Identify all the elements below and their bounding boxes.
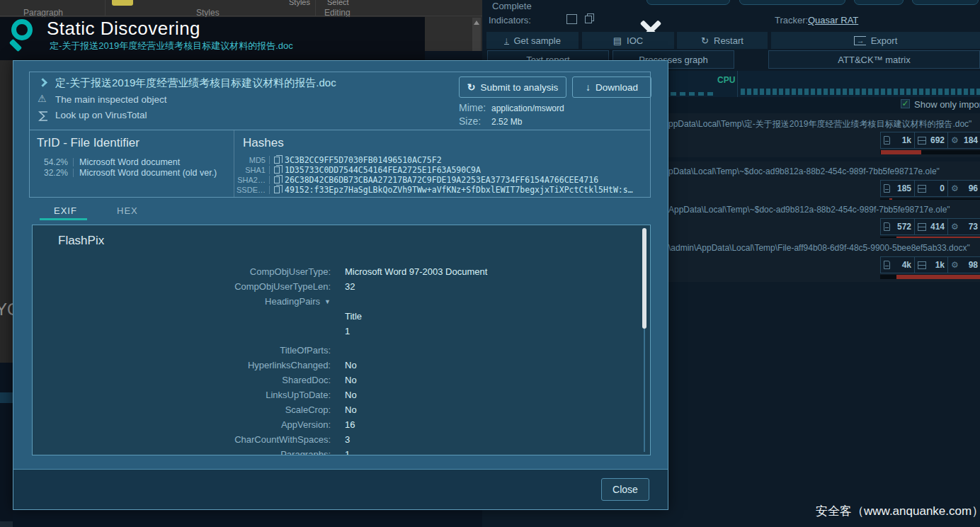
tag-pill xyxy=(854,0,904,5)
trid-section: TrID - File Identifier 54.2% Microsoft W… xyxy=(30,130,234,197)
warning-icon: ⚠ xyxy=(38,93,47,104)
virustotal-icon xyxy=(38,110,49,125)
process-row[interactable]: ppData\Local\Temp\定-关于报送2019年度经营业绩考核目标建议… xyxy=(664,113,980,157)
ioc-button[interactable]: ▤ IOC xyxy=(582,32,674,49)
restart-icon: ↻ xyxy=(701,35,709,46)
exif-row: TitleOfParts: xyxy=(33,343,642,358)
main-object-note: The main inspected object xyxy=(55,94,167,105)
active-tab-underline xyxy=(40,218,87,220)
events-icon xyxy=(918,185,926,193)
process-path: pData\Local\Temp\~$doc-ad9b812a-88b2-454… xyxy=(668,166,940,176)
process-path: \admin\AppData\Local\Temp\File-aff94b08-… xyxy=(668,243,970,253)
tab-exif[interactable]: EXIF xyxy=(54,205,77,216)
process-progress xyxy=(880,275,980,279)
files-icon xyxy=(884,222,890,231)
exif-row: CharCountWithSpaces:3 xyxy=(33,432,642,447)
registry-icon: ⚙ xyxy=(951,261,959,269)
exif-rows: CompObjUserType:Microsoft Word 97-2003 D… xyxy=(33,264,642,455)
process-row[interactable]: pData\Local\Temp\~$doc-ad9b812a-88b2-454… xyxy=(664,162,980,205)
word-doc-text-fragment: YO xyxy=(0,300,13,319)
chevron-right-icon[interactable] xyxy=(38,78,47,87)
copy-icon[interactable] xyxy=(274,157,280,164)
export-button[interactable]: → Export xyxy=(771,32,980,49)
tab-hex[interactable]: HEX xyxy=(117,205,138,216)
identification-card: TrID - File Identifier 54.2% Microsoft W… xyxy=(29,130,651,198)
word-styles-button: Styles xyxy=(289,0,310,6)
copy-indicator-icon[interactable] xyxy=(585,16,592,23)
static-discovering-modal: 定-关于报送2019年度经营业绩考核目标建议材料的报告.doc ⚠ The ma… xyxy=(13,60,668,510)
hashes-section: Hashes MD5 3C3B2CC9FF5D7030FB01496510AC7… xyxy=(234,130,650,197)
files-icon xyxy=(884,136,890,144)
word-document-edge: YO xyxy=(0,60,13,527)
copy-icon[interactable] xyxy=(274,186,280,193)
copy-icon[interactable] xyxy=(274,176,280,183)
trid-row: 32.2% Microsoft Word document (old ver.) xyxy=(30,167,232,178)
exif-row: AppVersion:16 xyxy=(33,417,642,432)
events-icon xyxy=(918,223,926,231)
cpu-label: CPU xyxy=(717,75,735,85)
copy-icon[interactable] xyxy=(274,166,280,174)
trid-row: 54.2% Microsoft Word document xyxy=(30,157,232,167)
exif-row: 1 xyxy=(33,324,642,339)
virustotal-link[interactable]: Look up on VirusTotal xyxy=(55,110,147,120)
exif-row: HyperlinksChanged:No xyxy=(33,358,642,373)
events-icon xyxy=(918,261,926,269)
trid-title: TrID - File Identifier xyxy=(37,136,139,150)
registry-icon: ⚙ xyxy=(951,184,959,193)
hash-row: SSDE… 49152:f33Epz7HaSgLBkQoZVh9TWw+aVfK… xyxy=(234,185,649,195)
show-only-import-label: Show only import xyxy=(914,99,980,110)
page-subtitle-filename: 定-关于报送2019年度经营业绩考核目标建议材料的报告.doc xyxy=(50,40,293,52)
tag-pill xyxy=(912,0,979,5)
exif-row: LinksUpToDate:No xyxy=(33,387,642,402)
cpu-activity-bar xyxy=(741,89,980,95)
chevron-down-icon: ▼ xyxy=(324,298,331,305)
scroll-up-icon xyxy=(474,21,479,25)
exif-row: ScaleCrop:No xyxy=(33,402,642,417)
cpu-timeline: CPU xyxy=(664,71,980,97)
tracker-label: Tracker: xyxy=(775,15,808,26)
hashes-title: Hashes xyxy=(243,136,284,150)
hash-row: SHA1 1D35733C0DD7544C54164FEA2725E1F63A5… xyxy=(234,165,649,175)
restart-button[interactable]: ↻ Restart xyxy=(677,32,768,49)
export-icon: → xyxy=(854,36,866,45)
process-counters: 4k 1k ⚙98 xyxy=(880,256,980,273)
ioc-icon: ▤ xyxy=(613,35,622,46)
exif-panel: FlashPix CompObjUserType:Microsoft Word … xyxy=(32,225,651,455)
process-counters: 185 0 ⚙96 xyxy=(880,180,980,197)
registry-icon: ⚙ xyxy=(951,136,959,144)
watermark: 安全客（www.anquanke.com） xyxy=(816,503,980,519)
exif-row: CompObjUserType:Microsoft Word 97-2003 D… xyxy=(33,264,642,279)
process-row[interactable]: AppData\Local\Temp\~$doc-ad9b812a-88b2-4… xyxy=(664,200,980,244)
scrollbar-thumb[interactable] xyxy=(642,228,646,329)
exif-row: SharedDoc:No xyxy=(33,373,642,387)
exif-row: Title xyxy=(33,309,642,324)
exif-section-title: FlashPix xyxy=(58,234,104,248)
magnifier-icon xyxy=(10,19,42,55)
hash-row: SHA2… 26C38D42CB6DB73CBAA27217BA72C9FDE1… xyxy=(234,175,649,185)
show-only-import-checkbox[interactable]: ✓ xyxy=(901,99,910,108)
tab-attck-matrix[interactable]: ATT&CK™ matrix xyxy=(768,50,980,69)
process-progress xyxy=(880,150,980,154)
page-title: Static Discovering xyxy=(47,18,200,40)
hash-row: MD5 3C3B2CC9FF5D7030FB01496510AC75F2 xyxy=(234,155,649,165)
download-button[interactable]: ↓ Download xyxy=(572,76,651,98)
process-counters: 1k 692 ⚙184 xyxy=(880,132,980,149)
screen: Styles Select Paragraph Styles Editing Y… xyxy=(0,0,980,527)
static-discovering-header: Static Discovering 定-关于报送2019年度经营业绩考核目标建… xyxy=(0,17,425,60)
files-icon xyxy=(884,184,890,193)
refresh-icon: ↻ xyxy=(467,81,476,93)
submit-to-analysis-button[interactable]: ↻ Submit to analysis xyxy=(459,76,566,98)
close-button[interactable]: Close xyxy=(601,478,649,501)
screenshot-indicator-icon[interactable] xyxy=(566,14,577,24)
tracker-link[interactable]: Quasar RAT xyxy=(808,15,858,26)
process-path: AppData\Local\Temp\~$doc-ad9b812a-88b2-4… xyxy=(668,205,950,215)
status-badge: Complete xyxy=(492,1,532,11)
tag-pill xyxy=(739,0,845,5)
download-icon: ↓ xyxy=(586,81,591,93)
mime-label: Mime: xyxy=(459,102,486,113)
indicators-label: Indicators: xyxy=(489,15,531,26)
get-sample-button[interactable]: ↓ Get sample xyxy=(486,32,579,49)
exif-row-expandable[interactable]: HeadingPairs▼ xyxy=(33,294,642,309)
registry-icon: ⚙ xyxy=(951,222,959,231)
process-row[interactable]: \admin\AppData\Local\Temp\File-aff94b08-… xyxy=(664,238,980,282)
